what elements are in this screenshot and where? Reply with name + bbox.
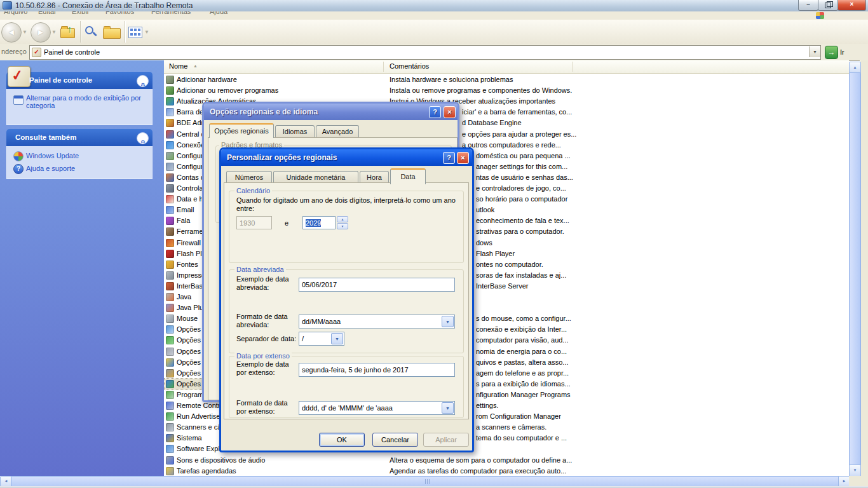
folders-button[interactable] [103, 28, 121, 39]
forward-dropdown-icon[interactable]: ▼ [51, 29, 57, 35]
list-item-comment: Agendar as tarefas do computador para ex… [390, 467, 566, 475]
list-item-comment: nomia de energia para o co... [476, 348, 567, 356]
apply-button[interactable]: Aplicar [423, 433, 469, 447]
close-button[interactable]: × [444, 106, 456, 118]
list-item-name: Tarefas agendadas [177, 467, 236, 475]
phone-modem-icon [166, 369, 174, 377]
go-label[interactable]: Ir [840, 48, 844, 56]
list-item[interactable]: Adicionar hardwareInstala hardware e sol… [164, 74, 849, 85]
list-item[interactable]: Tarefas agendadasAgendar as tarefas do c… [164, 466, 849, 477]
system-icon [166, 434, 174, 442]
list-item-comment: rom Configuration Manager [476, 412, 561, 421]
tab-idiomas[interactable]: Idiomas [275, 125, 315, 138]
menu-item-ajuda[interactable]: Ajuda [210, 11, 227, 15]
views-button[interactable] [128, 27, 142, 38]
sidebar-panel-see-also-header: Consulte também « [6, 129, 153, 146]
combo-dropdown-icon[interactable]: ▼ [442, 316, 454, 327]
list-item-comment: tema do seu computador e ... [476, 434, 567, 442]
sidebar-link-help-support[interactable]: Ajuda e suporte [26, 165, 75, 172]
windows-update-icon [13, 151, 24, 161]
back-dropdown-icon[interactable]: ▼ [22, 29, 27, 35]
collapse-chevron-icon[interactable]: « [137, 75, 149, 87]
rdp-title: 10.50.62.86 - Conexão de Área de Trabalh… [15, 1, 193, 10]
field-label: Formato de data [236, 399, 288, 407]
address-input[interactable]: ✓ Painel de controle ▼ [29, 45, 821, 60]
java-icon [166, 293, 174, 301]
scroll-down-button[interactable]: ▼ [849, 464, 861, 477]
list-item-comment: ettings. [476, 402, 498, 410]
game-controllers-icon [166, 184, 174, 193]
list-item-comment: nfiguration Manager Programs [476, 391, 571, 399]
back-button[interactable]: ◄ [1, 22, 22, 43]
list-item[interactable]: Sons e dispositivos de áudioAltera o esq… [164, 455, 849, 466]
list-item-comment: soras de fax instaladas e aj... [476, 271, 566, 280]
list-header: Nome ▲ Comentários [164, 60, 849, 74]
date-time-icon [166, 195, 174, 203]
rdp-title-bar[interactable]: 10.50.62.86 - Conexão de Área de Trabalh… [0, 0, 868, 12]
group-label: Calendário [234, 187, 272, 194]
cancel-button[interactable]: Cancelar [372, 433, 418, 447]
dialog-title-bar[interactable]: Personalizar opções regionais ? × [221, 149, 472, 166]
address-dropdown-button[interactable]: ▼ [809, 46, 820, 57]
collapse-chevron-icon[interactable]: « [137, 132, 149, 144]
forward-button[interactable]: ► [31, 22, 51, 43]
help-button[interactable]: ? [443, 152, 455, 164]
sidebar-link-category-view[interactable]: Alternar para o modo de exibição por cat… [26, 94, 146, 109]
column-header-comments[interactable]: Comentários [390, 62, 429, 70]
group-label: Data abreviada [234, 266, 286, 273]
email-icon [166, 206, 174, 214]
list-item-comment: anager settings for this com... [476, 163, 567, 171]
up-folder-button[interactable]: ↑ [60, 28, 75, 38]
group-label: Data por extenso [234, 352, 292, 360]
combo-dropdown-icon[interactable]: ▼ [442, 402, 454, 414]
sounds-audio-icon [166, 456, 174, 464]
printers-icon [166, 271, 174, 280]
menu-item-arquivo[interactable]: Arquivo [4, 11, 27, 15]
close-button[interactable]: × [457, 152, 469, 164]
long-date-format-combo[interactable]: dddd, d' de 'MMMM' de 'aaaa ▼ [299, 401, 455, 415]
internet-options-icon [166, 325, 174, 334]
restore-button[interactable] [818, 0, 838, 11]
spinner-up-button[interactable]: ▲ [337, 216, 348, 222]
list-item[interactable]: Adicionar ou remover programasInstala ou… [164, 85, 849, 96]
sidebar-link-windows-update[interactable]: Windows Update [26, 152, 79, 159]
menu-item-favoritos[interactable]: Favoritos [105, 11, 134, 15]
list-item-comment: agem do telefone e as propr... [476, 369, 569, 377]
mouse-icon [166, 315, 174, 323]
speech-icon [166, 217, 174, 225]
list-item-name: Email [177, 206, 194, 214]
tab-opções-regionais[interactable]: Opções regionais [209, 123, 274, 138]
spinner-down-button[interactable]: ▼ [337, 223, 348, 229]
address-label: ndereço [1, 48, 27, 55]
column-resize-handle[interactable] [572, 62, 573, 72]
column-resize-handle[interactable] [383, 62, 384, 72]
automatic-updates-icon [166, 97, 174, 105]
search-button[interactable] [85, 26, 100, 40]
year-from-input[interactable]: 1930 [236, 216, 272, 229]
menu-item-exibir[interactable]: Exibir [72, 11, 90, 15]
views-dropdown-icon[interactable]: ▼ [144, 29, 149, 35]
conjunction-label: e [285, 219, 288, 227]
network-connections-icon [166, 141, 174, 149]
vertical-scrollbar-thumb[interactable] [849, 72, 861, 466]
sidebar-panel-see-also-body: Windows Update ? Ajuda e suporte [6, 146, 153, 179]
tab-avançado[interactable]: Avançado [316, 125, 359, 138]
short-date-format-combo[interactable]: dd/MM/aaaa ▼ [299, 315, 455, 329]
column-header-name[interactable]: Nome [169, 62, 187, 70]
combo-dropdown-icon[interactable]: ▼ [331, 333, 343, 344]
help-button[interactable]: ? [429, 106, 441, 118]
menu-item-ferramentas[interactable]: Ferramentas [151, 11, 191, 15]
menu-item-editar[interactable]: Editar [38, 11, 57, 15]
year-to-input[interactable]: 2029 [302, 216, 336, 229]
rdp-icon [3, 1, 12, 10]
dialog-title-bar[interactable]: Opções regionais e de idioma ? × [204, 104, 458, 120]
ok-button[interactable]: OK [319, 433, 365, 447]
software-explorers-icon [166, 445, 174, 453]
date-separator-combo[interactable]: / ▼ [299, 332, 344, 346]
address-bar: ndereço ✓ Painel de controle ▼ → Ir [0, 44, 868, 61]
go-icon[interactable]: → [825, 46, 838, 59]
minimize-button[interactable]: – [798, 0, 818, 11]
folder-options-icon [166, 358, 174, 367]
tab-data[interactable]: Data [390, 168, 426, 184]
close-button[interactable]: × [837, 0, 866, 11]
